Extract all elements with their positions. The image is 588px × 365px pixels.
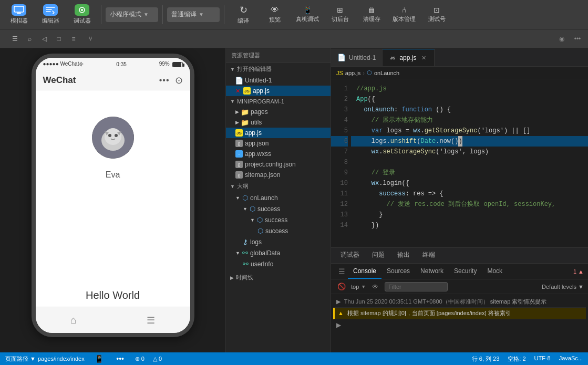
timeline-section[interactable]: ▶ 时间线 xyxy=(226,272,331,284)
fullscreen-icon[interactable]: □ xyxy=(53,33,65,45)
back-office-button[interactable]: ⊞ 切后台 xyxy=(325,2,355,27)
devtools-hamburger-icon[interactable]: ☰ xyxy=(335,265,348,278)
console-content[interactable]: ▶ Thu Jun 25 2020 00:35:11 GMT+0800（中国标准… xyxy=(331,294,588,352)
appwxss-file[interactable]: ~ app.wxss xyxy=(226,149,331,159)
toolbar-sep-1 xyxy=(101,5,101,24)
log-level-label: Default levels ▼ xyxy=(542,284,584,290)
right-panel: 📄 Untitled-1 JS app.js ✕ JS app.js › ⬡ o… xyxy=(331,48,588,352)
svg-point-7 xyxy=(108,134,111,137)
outline-success-2-name: success xyxy=(265,216,287,224)
version-mgmt-button[interactable]: ⑃ 版本管理 xyxy=(388,2,420,27)
breadcrumb-file[interactable]: app.js xyxy=(345,70,360,76)
outline-userinfo[interactable]: ⚯ userInfo xyxy=(226,258,331,269)
compile-mode-dropdown[interactable]: 普通编译 ▼ xyxy=(167,7,220,22)
code-editor[interactable]: 1 2 3 4 5 6 7 8 9 10 11 12 13 14 //app.j… xyxy=(331,79,588,247)
debugger-button[interactable]: 调试器 xyxy=(67,2,97,27)
status-bar: 页面路径 ▼ pages/index/index 📱 ••• ⊗ 0 △ 0 行… xyxy=(0,352,588,365)
miniprogram-section[interactable]: ▼ MINIPROGRAM-1 xyxy=(226,96,331,107)
branch-icon[interactable]: ⑂ xyxy=(84,33,97,45)
resource-manager-header: 资源管理器 xyxy=(226,48,331,63)
appjs-file[interactable]: JS app.js xyxy=(226,128,331,138)
appwxss-name: app.wxss xyxy=(245,150,271,158)
real-debug-label: 真机调试 xyxy=(296,15,319,23)
open-file-appjs[interactable]: ✕ JS app.js xyxy=(226,86,331,96)
devtools-right: 1 ▲ xyxy=(573,268,584,275)
console-input[interactable] xyxy=(344,321,583,329)
code-lines[interactable]: //app.js App({ onLaunch: function () { /… xyxy=(351,79,588,247)
list-icon[interactable]: ≡ xyxy=(67,33,80,45)
editor-tabs: 📄 Untitled-1 JS app.js ✕ xyxy=(331,48,588,67)
open-file-name-1: Untitled-1 xyxy=(245,77,272,84)
sitemap-file[interactable]: {} sitemap.json xyxy=(226,170,331,180)
tab-appjs[interactable]: JS app.js ✕ xyxy=(383,49,435,66)
outline-success-3[interactable]: ⬡ success xyxy=(226,225,331,236)
warning-icon: ▲ xyxy=(338,310,344,316)
breadcrumb-method[interactable]: onLaunch xyxy=(374,70,399,76)
real-debug-button[interactable]: 📱 真机调试 xyxy=(292,2,323,27)
expand-arrow-1[interactable]: ▶ xyxy=(336,298,341,305)
outline-success-2[interactable]: ▼ ⬡ success xyxy=(226,214,331,225)
code-line-11: success: res => { xyxy=(351,189,588,199)
console-tab[interactable]: Console xyxy=(348,264,381,279)
appjs-tab-close[interactable]: ✕ xyxy=(419,54,428,62)
editor-button[interactable]: 编辑器 xyxy=(36,2,65,27)
outline-logs[interactable]: ⚷ logs xyxy=(226,236,331,247)
miniprogram-mode-dropdown[interactable]: 小程序模式 ▼ xyxy=(106,7,158,22)
context-dropdown[interactable]: top ▼ xyxy=(351,284,366,290)
tab-debugger-main[interactable]: 调试器 xyxy=(335,248,365,263)
simulator-button[interactable]: 模拟器 xyxy=(4,2,34,27)
mock-tab[interactable]: Mock xyxy=(482,264,508,279)
tab-output[interactable]: 输出 xyxy=(392,248,415,263)
test-button[interactable]: ⊡ 测试号 xyxy=(422,2,451,27)
outline-onlaunch[interactable]: ▼ ⬡ onLaunch xyxy=(226,192,331,203)
language: JavaSc... xyxy=(559,355,583,363)
open-editors-section[interactable]: ▼ 打开的编辑器 xyxy=(226,63,331,75)
tab-terminal[interactable]: 终端 xyxy=(417,248,440,263)
outline-section[interactable]: ▼ 大纲 xyxy=(226,180,331,192)
clear-cache-button[interactable]: 🗑 清缓存 xyxy=(357,2,386,27)
dots-icon[interactable]: ••• xyxy=(571,33,584,45)
tab-untitled[interactable]: 📄 Untitled-1 xyxy=(331,49,383,66)
tab-icon-1: ⌂ xyxy=(70,314,77,326)
sources-label: Sources xyxy=(387,267,410,275)
simulator-icon xyxy=(12,4,26,16)
console-input-line[interactable]: ▶ xyxy=(333,319,586,331)
phone-username: Eva xyxy=(106,170,120,180)
phone-frame: ●●●●● WeChat令 0:35 99% WeChat ••• ⊙ xyxy=(32,54,194,337)
back-icon[interactable]: ◁ xyxy=(38,33,50,45)
log-level-container[interactable]: Default levels ▼ xyxy=(542,284,584,290)
pages-folder[interactable]: ▶ 📁 pages xyxy=(226,107,331,117)
search-icon[interactable]: ⌕ xyxy=(23,33,36,45)
console-filter-input[interactable] xyxy=(385,282,448,291)
folder-icon: 📁 xyxy=(241,108,249,116)
eye-icon[interactable]: ◉ xyxy=(555,33,568,45)
hamburger-icon[interactable]: ☰ xyxy=(8,33,21,45)
console-eye-icon[interactable]: 👁 xyxy=(369,280,381,293)
appjson-icon: {} xyxy=(235,140,243,147)
phone-record-icon[interactable]: ⊙ xyxy=(175,75,183,86)
outline-success-1[interactable]: ▼ ⬡ success xyxy=(226,203,331,214)
clear-cache-label: 清缓存 xyxy=(363,15,380,23)
phone-nav-dots[interactable]: ••• xyxy=(159,76,170,85)
line-col: 行 6, 列 23 xyxy=(472,355,500,363)
security-tab[interactable]: Security xyxy=(449,264,482,279)
console-clear-icon[interactable]: 🚫 xyxy=(335,280,348,293)
project-config-file[interactable]: {} project.config.json xyxy=(226,159,331,170)
avatar-image xyxy=(92,117,134,159)
outline-globaldata[interactable]: ▼ ⚯ globalData xyxy=(226,247,331,258)
sources-tab[interactable]: Sources xyxy=(381,264,415,279)
utils-folder[interactable]: ▶ 📁 utils xyxy=(226,117,331,128)
tab-issues[interactable]: 问题 xyxy=(367,248,390,263)
path-item[interactable]: 页面路径 ▼ pages/index/index xyxy=(5,355,85,363)
status-phone-icon[interactable]: 📱 xyxy=(93,352,106,365)
open-file-untitled[interactable]: 📄 Untitled-1 xyxy=(226,75,331,86)
utils-folder-icon: 📁 xyxy=(241,119,249,126)
compile-button[interactable]: ↻ 编译 xyxy=(229,2,258,27)
close-icon[interactable]: ✕ xyxy=(235,88,240,95)
preview-button[interactable]: 👁 预览 xyxy=(260,2,290,27)
outline-globaldata-name: globalData xyxy=(250,249,280,257)
network-tab[interactable]: Network xyxy=(415,264,449,279)
status-dots-icon[interactable]: ••• xyxy=(114,352,127,365)
appjson-file[interactable]: {} app.json xyxy=(226,138,331,149)
spaces: 空格: 2 xyxy=(508,355,525,363)
